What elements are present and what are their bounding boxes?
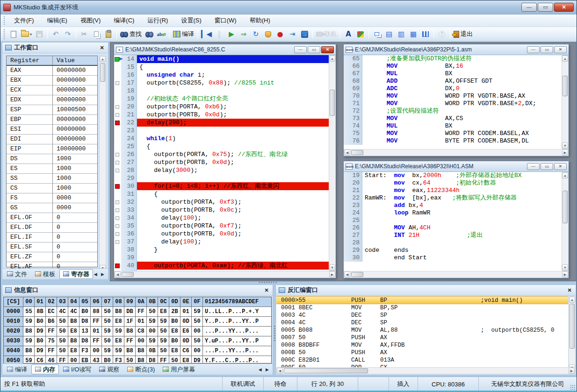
workspace-close-icon[interactable]: ✕ (99, 45, 105, 51)
marker-gutter[interactable] (114, 111, 121, 119)
register-row[interactable]: EFL.SF0 (7, 242, 97, 252)
tab-scroll-arrows[interactable]: ◀ ▶ (259, 367, 272, 372)
hex-byte[interactable]: C6 (180, 346, 192, 356)
disasm-row[interactable]: 0007 50PUSHAX (276, 334, 568, 342)
info-tab-watch[interactable]: 观察 (95, 364, 123, 374)
code-line[interactable]: 26 outportb(PORTA, 0x75); //东西红、南北绿 (114, 150, 329, 158)
register-row[interactable]: EFL.OF0 (7, 213, 97, 223)
hex-byte[interactable]: 50 (124, 356, 136, 363)
asm1-minimize-button[interactable]: — (527, 46, 540, 53)
disasm-row[interactable]: 0004 4CDECSP (276, 319, 568, 327)
scroll-thumb[interactable] (351, 272, 363, 277)
menu-view[interactable]: 视图(V) (74, 14, 107, 27)
hex-byte[interactable]: 50 (169, 356, 180, 363)
register-row[interactable]: FS0000 (7, 193, 97, 203)
disasm-scrollbar[interactable]: ▲ ▼ (569, 296, 576, 367)
asm1-close-button[interactable]: ✕ (554, 46, 567, 53)
hex-byte[interactable]: 59 (113, 346, 124, 356)
tab-scroll-arrows[interactable]: ◀ ▶ (94, 272, 107, 277)
hex-byte[interactable]: 55 (23, 307, 35, 317)
find-button[interactable]: 查找 (119, 29, 143, 40)
hex-byte[interactable]: D8 (79, 336, 91, 346)
info-tab-user-screen[interactable]: 用户屏幕 (159, 364, 199, 374)
hex-byte[interactable]: 50 (158, 327, 169, 336)
hex-byte[interactable]: 59 (102, 346, 113, 356)
redo-button[interactable]: ↷ (62, 29, 73, 40)
tile-horizontal-button[interactable]: ▤ (383, 29, 395, 40)
go-forward-button[interactable]: → (299, 29, 310, 40)
asm2-vscrollbar[interactable]: ▲ ▼ (562, 172, 569, 271)
hex-byte[interactable]: D9 (35, 327, 46, 336)
cascade-windows-button[interactable] (371, 29, 382, 40)
code-line[interactable]: 24 while(1) (114, 135, 329, 143)
disasm-row[interactable]: 000C E82B01CALL013A (276, 356, 568, 364)
hex-byte[interactable]: 2B (169, 307, 180, 317)
disasm-row[interactable]: 000F 59POPCX (276, 364, 568, 367)
hex-byte[interactable]: 88 (91, 307, 102, 317)
run-to-start-button[interactable]: ▎◀ (200, 29, 213, 40)
hex-byte[interactable]: E8 (113, 336, 124, 346)
c-close-button[interactable]: ✕ (321, 46, 334, 53)
scroll-down-icon[interactable]: ▼ (562, 264, 568, 271)
statistics-button[interactable] (420, 29, 431, 40)
scroll-thumb[interactable] (351, 150, 363, 155)
exit-button[interactable]: 退出 (453, 29, 474, 40)
disasm-row[interactable]: 0008 B8DBFFMOVAX,FFDB (276, 342, 568, 349)
scroll-thumb[interactable] (330, 90, 335, 116)
c-code-editor[interactable]: 14void main()15{16 unsigned char i;17 ou… (114, 55, 329, 271)
register-row[interactable]: EAX00000000 (7, 66, 97, 76)
code-line[interactable]: 15{ (114, 63, 329, 71)
code-line[interactable]: 27 INT 21H ;退出 (344, 232, 562, 239)
hex-byte[interactable]: 01 (180, 307, 192, 317)
maximize-button[interactable]: ▭ (538, 3, 553, 12)
stop-hand-button[interactable] (262, 29, 274, 40)
menu-edit[interactable]: 编辑(E) (41, 14, 74, 27)
code-line[interactable]: 38 } (114, 246, 329, 254)
breakpoint-marker[interactable] (114, 182, 121, 190)
info-tab-io[interactable]: I/O读写 (59, 364, 95, 374)
asm2-titlebar[interactable]: asm E:\GMJ\MKStudio\Release\A386P32I\H01… (344, 161, 569, 171)
code-line[interactable]: 26 MOV AH,4CH (344, 224, 562, 232)
disasm-row[interactable]: 0003 4CDECSP (276, 312, 568, 319)
hex-byte[interactable]: B0 (35, 317, 46, 327)
scroll-up-icon[interactable]: ▲ (569, 297, 575, 303)
hex-byte[interactable]: D9 (35, 346, 46, 356)
minimize-button[interactable]: — (521, 3, 537, 12)
hex-byte[interactable]: FF (136, 307, 147, 317)
hex-byte[interactable]: 00 (192, 346, 203, 356)
hex-byte[interactable]: 50 (192, 336, 203, 346)
hex-byte[interactable]: B8 (23, 327, 35, 336)
compile-button[interactable]: 编译 (172, 29, 195, 40)
register-row[interactable]: ECX00000000 (7, 86, 97, 95)
register-row[interactable]: EDX00000000 (7, 95, 97, 105)
breakpoint-marker[interactable] (114, 262, 121, 270)
breakpoint-button[interactable]: ● (274, 29, 286, 40)
hex-byte[interactable]: E8 (158, 307, 169, 317)
scroll-thumb[interactable] (563, 76, 568, 96)
online-button[interactable]: 联机 (315, 29, 338, 40)
scroll-thumb[interactable] (100, 63, 105, 82)
hex-byte[interactable]: E8 (169, 327, 180, 336)
hex-byte[interactable]: 75 (46, 336, 57, 346)
asm1-titlebar[interactable]: asm E:\GMJ\MKStudio\Release\A386P32P\5-1… (344, 44, 569, 55)
close-button[interactable]: ✕ (554, 3, 574, 12)
code-line[interactable]: 75 MOV WORD PTR CODEM.BASEL,AX (344, 130, 562, 137)
marker-gutter[interactable] (114, 230, 121, 238)
hex-byte[interactable]: 50 (57, 336, 68, 346)
hex-byte[interactable]: B0 (79, 307, 91, 317)
hex-byte[interactable]: 01 (91, 327, 102, 336)
scroll-left-icon[interactable]: ◀ (344, 150, 350, 156)
menu-run[interactable]: 运行(R) (141, 14, 174, 27)
hex-byte[interactable]: B0 (169, 317, 180, 327)
hex-byte[interactable]: FF (158, 356, 169, 363)
hex-byte[interactable]: C8 (136, 327, 147, 336)
hex-byte[interactable]: 59 (23, 356, 35, 363)
pause-button[interactable]: ‖ (214, 29, 225, 40)
hex-byte[interactable]: DB (124, 307, 136, 317)
register-row[interactable]: EFL.ZF0 (7, 252, 97, 262)
code-line[interactable]: 23 (114, 127, 329, 135)
code-line[interactable]: 37 delay(100); (114, 238, 329, 246)
code-line[interactable]: 76 MOV BYTE PTR CODEM.BASEM,DL (344, 137, 562, 145)
disasm-row[interactable]: 0005 B088MOVAL,88; outportb(CS8255, 0 (276, 327, 568, 334)
scroll-left-icon[interactable]: ◀ (277, 368, 283, 374)
